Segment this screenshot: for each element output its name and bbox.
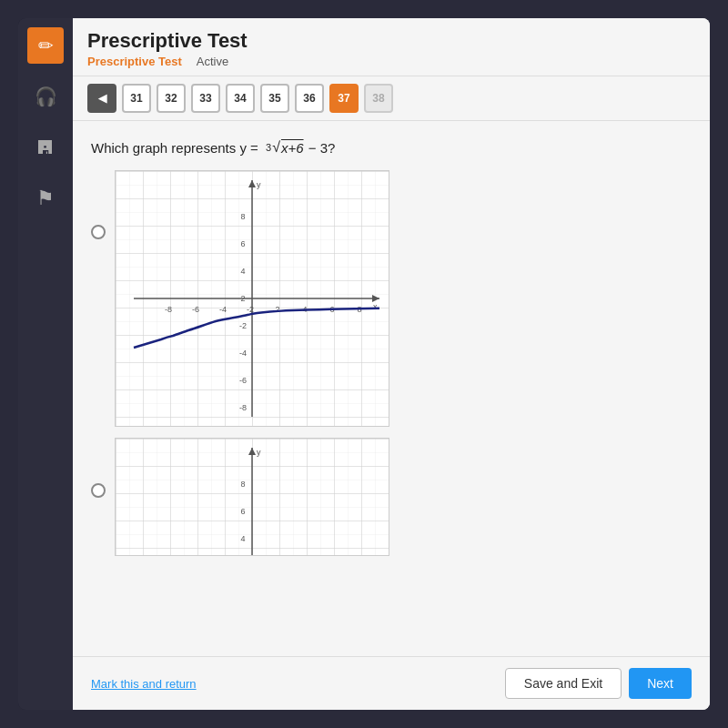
graph-box-2[interactable]: 8 6 4 2 y bbox=[115, 438, 389, 556]
svg-text:-4: -4 bbox=[219, 305, 227, 314]
graph-option-2: 8 6 4 2 y bbox=[91, 438, 692, 556]
graph-option-1: -8 -6 -4 -2 2 4 6 8 x 8 6 4 bbox=[91, 170, 692, 427]
pencil-icon[interactable]: ✏ bbox=[27, 27, 64, 64]
svg-text:-4: -4 bbox=[239, 349, 247, 358]
svg-text:4: 4 bbox=[240, 267, 245, 276]
svg-text:8: 8 bbox=[240, 480, 245, 489]
question-btn-37[interactable]: 37 bbox=[329, 84, 359, 113]
svg-text:x: x bbox=[373, 302, 378, 311]
question-btn-35[interactable]: 35 bbox=[260, 84, 289, 113]
svg-text:8: 8 bbox=[240, 212, 245, 221]
footer: Mark this and return Save and Exit Next bbox=[73, 656, 710, 710]
question-btn-36[interactable]: 36 bbox=[295, 84, 324, 113]
mark-return-link[interactable]: Mark this and return bbox=[91, 677, 197, 691]
graph-svg-1: -8 -6 -4 -2 2 4 6 8 x 8 6 4 bbox=[116, 171, 389, 426]
svg-text:-8: -8 bbox=[165, 305, 172, 314]
question-navigation: ◀ 31 32 33 34 35 36 37 38 bbox=[73, 76, 710, 121]
question-text: Which graph represents y = 3√x+6 − 3? bbox=[91, 139, 692, 156]
headphones-icon[interactable]: 🎧 bbox=[27, 78, 64, 115]
question-btn-32[interactable]: 32 bbox=[157, 84, 186, 113]
radio-option-1[interactable] bbox=[91, 225, 106, 239]
header: Prescriptive Test Prescriptive Test Acti… bbox=[73, 18, 710, 76]
radio-option-2[interactable] bbox=[91, 483, 106, 498]
breadcrumb-link[interactable]: Prescriptive Test bbox=[87, 55, 182, 68]
svg-text:4: 4 bbox=[240, 534, 245, 543]
save-exit-button[interactable]: Save and Exit bbox=[505, 668, 622, 699]
svg-text:-2: -2 bbox=[239, 321, 247, 330]
svg-text:-8: -8 bbox=[239, 403, 247, 412]
footer-buttons: Save and Exit Next bbox=[505, 668, 692, 699]
question-btn-38[interactable]: 38 bbox=[364, 84, 393, 113]
graph-area: -8 -6 -4 -2 2 4 6 8 x 8 6 4 bbox=[91, 170, 692, 556]
question-btn-33[interactable]: 33 bbox=[191, 84, 220, 113]
svg-text:6: 6 bbox=[240, 507, 245, 516]
content-area: Which graph represents y = 3√x+6 − 3? bbox=[73, 121, 710, 656]
page-title: Prescriptive Test bbox=[87, 29, 695, 53]
breadcrumb: Prescriptive Test Active bbox=[87, 55, 695, 68]
sidebar: ✏ 🎧 🖪 ⚑ bbox=[18, 18, 73, 710]
graph-box-1[interactable]: -8 -6 -4 -2 2 4 6 8 x 8 6 4 bbox=[115, 170, 389, 427]
question-btn-31[interactable]: 31 bbox=[122, 84, 151, 113]
svg-text:6: 6 bbox=[240, 239, 245, 248]
svg-text:2: 2 bbox=[275, 305, 279, 314]
flag-icon[interactable]: ⚑ bbox=[27, 180, 64, 217]
next-button[interactable]: Next bbox=[629, 668, 692, 699]
nav-back-button[interactable]: ◀ bbox=[87, 84, 116, 113]
svg-text:-6: -6 bbox=[239, 376, 247, 385]
question-btn-34[interactable]: 34 bbox=[226, 84, 255, 113]
calculator-icon[interactable]: 🖪 bbox=[27, 129, 64, 166]
breadcrumb-status: Active bbox=[197, 55, 228, 68]
main-panel: Prescriptive Test Prescriptive Test Acti… bbox=[73, 18, 710, 710]
svg-text:2: 2 bbox=[240, 294, 245, 303]
svg-text:y: y bbox=[257, 448, 261, 457]
svg-text:y: y bbox=[257, 180, 261, 189]
graph-svg-2: 8 6 4 2 y bbox=[116, 439, 389, 556]
svg-text:-6: -6 bbox=[192, 305, 199, 314]
